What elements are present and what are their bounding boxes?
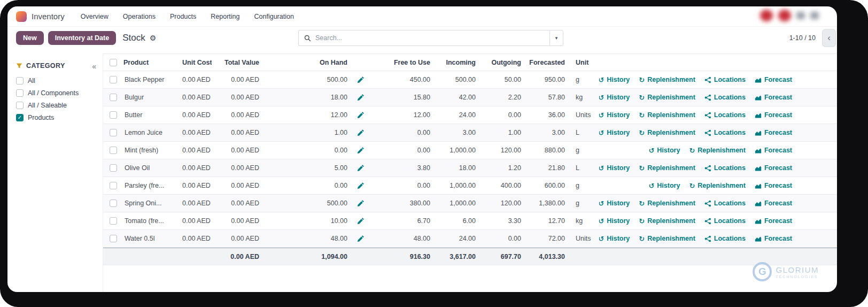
table-row[interactable]: Butter 0.00 AED 0.00 AED 12.00 12.00 24.… bbox=[103, 106, 837, 124]
top-menu-item[interactable]: Configuration bbox=[254, 13, 294, 20]
app-name[interactable]: Inventory bbox=[32, 12, 65, 21]
row-checkbox[interactable] bbox=[110, 129, 117, 136]
locations-button[interactable]: Locations bbox=[704, 199, 746, 207]
top-menu-item[interactable]: Reporting bbox=[211, 13, 239, 20]
category-filter-item[interactable]: All / Components bbox=[16, 89, 103, 97]
locations-button[interactable]: Locations bbox=[704, 164, 746, 172]
product-name-cell[interactable]: Mint (fresh) bbox=[123, 147, 182, 154]
systray-icon-blurred[interactable] bbox=[810, 12, 819, 19]
edit-quantity-icon[interactable] bbox=[357, 164, 365, 172]
category-filter-item[interactable]: ✓ Products bbox=[16, 114, 103, 121]
systray-icon-blurred[interactable] bbox=[778, 10, 791, 21]
row-checkbox[interactable] bbox=[110, 199, 117, 207]
systray-icon-blurred[interactable] bbox=[760, 10, 773, 21]
forecast-button[interactable]: Forecast bbox=[755, 217, 792, 225]
header-forecasted[interactable]: Forecasted bbox=[524, 59, 568, 66]
edit-quantity-icon[interactable] bbox=[357, 129, 365, 136]
forecast-button[interactable]: Forecast bbox=[755, 182, 792, 189]
forecast-button[interactable]: Forecast bbox=[755, 111, 792, 119]
table-row[interactable]: Lemon Juice 0.00 AED 0.00 AED 1.00 0.00 … bbox=[103, 124, 837, 142]
header-unit[interactable]: Unit bbox=[568, 59, 599, 66]
forecast-button[interactable]: Forecast bbox=[755, 199, 792, 207]
product-name-cell[interactable]: Lemon Juice bbox=[123, 129, 182, 136]
forecast-button[interactable]: Forecast bbox=[755, 76, 792, 83]
replenishment-button[interactable]: ↻ Replenishment bbox=[639, 199, 695, 207]
table-row[interactable]: Tomato (fre... 0.00 AED 0.00 AED 10.00 6… bbox=[103, 212, 837, 230]
forecast-button[interactable]: Forecast bbox=[755, 147, 792, 154]
inventory-app-icon[interactable] bbox=[16, 11, 27, 22]
pager-previous-button[interactable]: ‹ bbox=[822, 29, 836, 47]
locations-button[interactable]: Locations bbox=[704, 94, 746, 101]
replenishment-button[interactable]: ↻ Replenishment bbox=[689, 182, 746, 189]
select-all-checkbox[interactable] bbox=[110, 59, 117, 66]
product-name-cell[interactable]: Black Pepper bbox=[123, 76, 182, 83]
product-name-cell[interactable]: Olive Oil bbox=[123, 164, 182, 172]
edit-quantity-icon[interactable] bbox=[357, 76, 365, 83]
table-row[interactable]: Spring Oni... 0.00 AED 0.00 AED 500.00 3… bbox=[103, 195, 837, 212]
header-outgoing[interactable]: Outgoing bbox=[479, 59, 524, 66]
replenishment-button[interactable]: ↻ Replenishment bbox=[639, 111, 695, 119]
replenishment-button[interactable]: ↻ Replenishment bbox=[689, 147, 746, 154]
replenishment-button[interactable]: ↻ Replenishment bbox=[639, 235, 695, 242]
header-free-to-use[interactable]: Free to Use bbox=[370, 59, 433, 66]
history-button[interactable]: ↺ History bbox=[599, 94, 630, 101]
category-checkbox[interactable] bbox=[16, 77, 24, 85]
category-checkbox[interactable]: ✓ bbox=[16, 114, 24, 121]
inventory-at-date-button[interactable]: Inventory at Date bbox=[48, 31, 116, 45]
table-row[interactable]: Mint (fresh) 0.00 AED 0.00 AED 0.00 0.00… bbox=[103, 142, 837, 159]
replenishment-button[interactable]: ↻ Replenishment bbox=[639, 94, 695, 101]
forecast-button[interactable]: Forecast bbox=[755, 235, 792, 242]
product-name-cell[interactable]: Parsley (fre... bbox=[123, 182, 182, 189]
header-on-hand[interactable]: On Hand bbox=[262, 59, 351, 66]
locations-button[interactable]: Locations bbox=[704, 111, 746, 119]
replenishment-button[interactable]: ↻ Replenishment bbox=[639, 129, 695, 136]
history-button[interactable]: ↺ History bbox=[599, 235, 630, 242]
product-name-cell[interactable]: Tomato (fre... bbox=[123, 217, 182, 225]
top-menu-item[interactable]: Overview bbox=[81, 13, 108, 20]
category-checkbox[interactable] bbox=[16, 89, 24, 97]
row-checkbox[interactable] bbox=[110, 76, 117, 83]
history-button[interactable]: ↺ History bbox=[599, 164, 630, 172]
table-row[interactable]: Parsley (fre... 0.00 AED 0.00 AED 0.00 0… bbox=[103, 177, 837, 195]
history-button[interactable]: ↺ History bbox=[599, 129, 630, 136]
search-box[interactable] bbox=[298, 30, 549, 46]
table-row[interactable]: Olive Oil 0.00 AED 0.00 AED 5.00 3.80 18… bbox=[103, 159, 837, 177]
row-checkbox[interactable] bbox=[110, 235, 117, 242]
history-button[interactable]: ↺ History bbox=[599, 111, 630, 119]
row-checkbox[interactable] bbox=[110, 147, 117, 154]
edit-quantity-icon[interactable] bbox=[357, 147, 365, 154]
header-product[interactable]: Product bbox=[123, 59, 182, 66]
history-button[interactable]: ↺ History bbox=[648, 182, 680, 189]
edit-quantity-icon[interactable] bbox=[357, 94, 365, 101]
history-button[interactable]: ↺ History bbox=[648, 147, 680, 154]
category-checkbox[interactable] bbox=[16, 102, 24, 109]
edit-quantity-icon[interactable] bbox=[357, 182, 365, 189]
table-row[interactable]: Water 0.5l 0.00 AED 0.00 AED 48.00 48.00… bbox=[103, 230, 837, 248]
product-name-cell[interactable]: Spring Oni... bbox=[123, 199, 182, 207]
header-unit-cost[interactable]: Unit Cost bbox=[182, 59, 212, 66]
forecast-button[interactable]: Forecast bbox=[755, 129, 792, 136]
table-row[interactable]: Black Pepper 0.00 AED 0.00 AED 500.00 45… bbox=[103, 71, 837, 89]
edit-quantity-icon[interactable] bbox=[357, 199, 365, 207]
locations-button[interactable]: Locations bbox=[704, 76, 746, 83]
top-menu-item[interactable]: Operations bbox=[123, 13, 156, 20]
replenishment-button[interactable]: ↻ Replenishment bbox=[639, 217, 695, 225]
row-checkbox[interactable] bbox=[110, 94, 117, 101]
edit-quantity-icon[interactable] bbox=[357, 217, 365, 225]
edit-quantity-icon[interactable] bbox=[357, 111, 365, 119]
product-name-cell[interactable]: Bulgur bbox=[123, 94, 182, 101]
forecast-button[interactable]: Forecast bbox=[755, 164, 792, 172]
replenishment-button[interactable]: ↻ Replenishment bbox=[639, 164, 695, 172]
category-filter-item[interactable]: All / Saleable bbox=[16, 102, 103, 109]
forecast-button[interactable]: Forecast bbox=[755, 94, 792, 101]
search-filters-toggle[interactable]: ▾ bbox=[549, 30, 563, 46]
locations-button[interactable]: Locations bbox=[704, 217, 746, 225]
search-input[interactable] bbox=[315, 34, 544, 42]
gear-icon[interactable]: ⚙ bbox=[150, 34, 157, 42]
collapse-sidebar-icon[interactable]: « bbox=[92, 62, 96, 71]
edit-quantity-icon[interactable] bbox=[357, 235, 365, 242]
locations-button[interactable]: Locations bbox=[704, 129, 746, 136]
row-checkbox[interactable] bbox=[110, 164, 117, 172]
systray-icon-blurred[interactable] bbox=[796, 12, 805, 19]
history-button[interactable]: ↺ History bbox=[599, 76, 630, 83]
